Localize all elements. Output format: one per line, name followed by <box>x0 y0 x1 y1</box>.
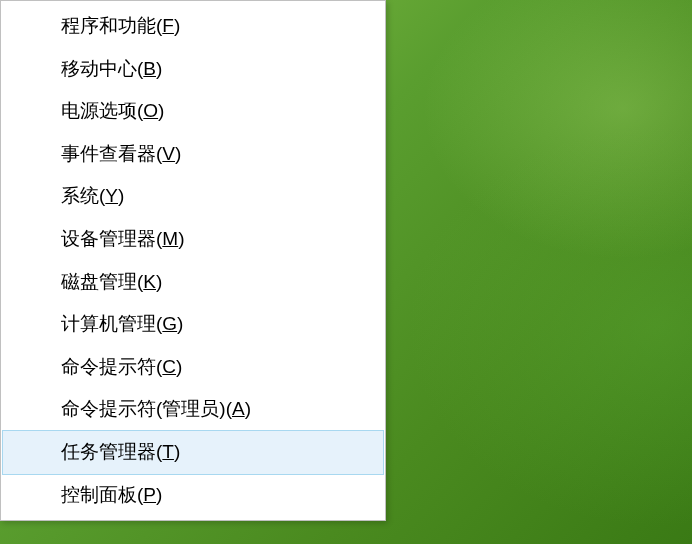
menu-item-accelerator: B <box>143 58 156 79</box>
menu-item-accelerator: O <box>143 100 158 121</box>
menu-item-accelerator: M <box>162 228 178 249</box>
menu-item-label: 任务管理器 <box>61 441 156 462</box>
menu-item-label: 系统 <box>61 185 99 206</box>
menu-item-accelerator: F <box>162 15 174 36</box>
menu-item-label: 命令提示符 <box>61 356 156 377</box>
menu-item-label: 事件查看器 <box>61 143 156 164</box>
menu-item-accelerator: T <box>162 441 174 462</box>
menu-item-label: 控制面板 <box>61 484 137 505</box>
menu-item-label: 电源选项 <box>61 100 137 121</box>
menu-item-command-prompt[interactable]: 命令提示符(C) <box>3 346 383 389</box>
menu-item-label: 命令提示符(管理员) <box>61 398 226 419</box>
menu-item-accelerator: P <box>143 484 156 505</box>
menu-item-accelerator: C <box>162 356 176 377</box>
menu-item-disk-management[interactable]: 磁盘管理(K) <box>3 261 383 304</box>
menu-item-accelerator: K <box>143 271 156 292</box>
winx-context-menu: 程序和功能(F) 移动中心(B) 电源选项(O) 事件查看器(V) 系统(Y) … <box>0 0 386 521</box>
menu-item-label: 计算机管理 <box>61 313 156 334</box>
menu-item-mobility-center[interactable]: 移动中心(B) <box>3 48 383 91</box>
menu-item-computer-management[interactable]: 计算机管理(G) <box>3 303 383 346</box>
menu-item-label: 磁盘管理 <box>61 271 137 292</box>
menu-item-accelerator: A <box>232 398 245 419</box>
menu-item-device-manager[interactable]: 设备管理器(M) <box>3 218 383 261</box>
menu-item-power-options[interactable]: 电源选项(O) <box>3 90 383 133</box>
menu-item-event-viewer[interactable]: 事件查看器(V) <box>3 133 383 176</box>
menu-item-control-panel[interactable]: 控制面板(P) <box>3 474 383 517</box>
menu-item-system[interactable]: 系统(Y) <box>3 175 383 218</box>
menu-item-accelerator: G <box>162 313 177 334</box>
menu-item-label: 移动中心 <box>61 58 137 79</box>
menu-item-accelerator: V <box>162 143 175 164</box>
menu-item-label: 程序和功能 <box>61 15 156 36</box>
menu-item-programs-and-features[interactable]: 程序和功能(F) <box>3 5 383 48</box>
menu-item-accelerator: Y <box>105 185 118 206</box>
menu-item-label: 设备管理器 <box>61 228 156 249</box>
menu-item-task-manager[interactable]: 任务管理器(T) <box>2 430 384 475</box>
menu-item-command-prompt-admin[interactable]: 命令提示符(管理员)(A) <box>3 388 383 431</box>
